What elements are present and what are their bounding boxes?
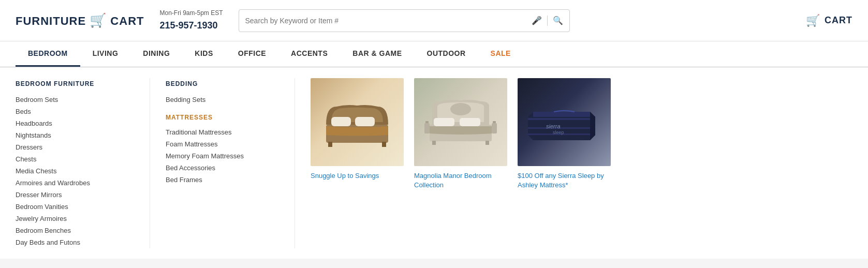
nav-label-living: LIVING (93, 49, 119, 57)
microphone-icon[interactable]: 🎤 (532, 16, 542, 25)
cart-label: CART (825, 15, 852, 26)
search-divider (547, 16, 548, 26)
promo-sierra-image: sierra sleep (518, 78, 611, 166)
link-bedroom-benches[interactable]: Bedroom Benches (16, 225, 134, 236)
promo-sierra-label: $100 Off any Sierra Sleep by Ashley Matt… (518, 171, 611, 190)
promo-magnolia[interactable]: Magnolia Manor Bedroom Collection (414, 78, 507, 248)
logo-cart-icon: 🛒 (90, 12, 107, 28)
main-nav: BEDROOM LIVING DINING KIDS OFFICE ACCENT… (0, 41, 868, 67)
link-traditional-mattresses[interactable]: Traditional Mattresses (166, 126, 279, 138)
nav-label-bar-game: BAR & GAME (352, 49, 402, 57)
nav-item-living[interactable]: LIVING (80, 41, 131, 67)
link-media-chests[interactable]: Media Chests (16, 165, 134, 177)
svg-rect-2 (355, 117, 375, 126)
promo-snuggle[interactable]: Snuggle Up to Savings (311, 78, 404, 248)
nav-item-outdoor[interactable]: OUTDOOR (415, 41, 478, 67)
svg-rect-1 (331, 117, 351, 126)
nav-label-outdoor: OUTDOOR (427, 49, 466, 57)
promo-snuggle-label: Snuggle Up to Savings (311, 171, 404, 181)
svg-rect-7 (434, 118, 454, 126)
logo-cart-text: CART (110, 14, 144, 27)
promo-sierra[interactable]: sierra sleep $100 Off any Sierra Sleep b… (518, 78, 611, 248)
svg-point-5 (450, 103, 471, 115)
nav-item-dining[interactable]: DINING (130, 41, 182, 67)
bedroom-furniture-heading: BEDROOM FURNITURE (16, 80, 134, 87)
cart-area[interactable]: 🛒 CART (806, 14, 852, 27)
svg-rect-13 (432, 141, 436, 145)
logo-furniture-text: FURNITURE (16, 14, 86, 27)
cart-icon: 🛒 (806, 14, 820, 27)
nav-label-bedroom: BEDROOM (28, 49, 68, 57)
nav-label-sale: SALE (491, 49, 511, 57)
promo-magnolia-label: Magnolia Manor Bedroom Collection (414, 171, 507, 190)
link-armoires[interactable]: Armoires and Wardrobes (16, 177, 134, 189)
svg-rect-11 (425, 121, 429, 123)
svg-text:sleep: sleep (553, 130, 564, 135)
search-icons: 🎤 🔍 (532, 16, 563, 26)
link-day-beds[interactable]: Day Beds and Futons (16, 236, 134, 248)
svg-rect-8 (460, 118, 480, 126)
bedding-heading: BEDDING (166, 80, 279, 87)
nav-item-bedroom[interactable]: BEDROOM (16, 41, 80, 67)
link-jewelry-armoires[interactable]: Jewelry Armoires (16, 213, 134, 225)
mattresses-heading: MATTRESSES (166, 114, 279, 121)
bedroom-furniture-col: BEDROOM FURNITURE Bedroom Sets Beds Head… (16, 78, 150, 248)
magnolia-bed-svg (424, 96, 497, 148)
svg-text:sierra: sierra (546, 123, 561, 129)
link-bed-accessories[interactable]: Bed Accessories (166, 162, 279, 174)
link-dresser-mirrors[interactable]: Dresser Mirrors (16, 189, 134, 201)
link-bedroom-vanities[interactable]: Bedroom Vanities (16, 201, 134, 213)
nav-label-office: OFFICE (238, 49, 266, 57)
nav-label-kids: KIDS (195, 49, 213, 57)
svg-rect-10 (492, 123, 497, 133)
link-dressers[interactable]: Dressers (16, 141, 134, 153)
svg-rect-9 (424, 123, 430, 133)
link-bedroom-sets[interactable]: Bedroom Sets (16, 94, 134, 106)
nav-label-dining: DINING (143, 49, 170, 57)
svg-rect-12 (493, 121, 496, 123)
promo-snuggle-image (311, 78, 404, 166)
search-input[interactable] (245, 17, 527, 25)
nav-item-office[interactable]: OFFICE (226, 41, 278, 67)
search-icon[interactable]: 🔍 (553, 16, 563, 25)
nav-item-accents[interactable]: ACCENTS (278, 41, 340, 67)
nav-item-kids[interactable]: KIDS (182, 41, 225, 67)
contact-hours: Mon-Fri 9am-5pm EST (159, 9, 223, 17)
link-memory-foam-mattresses[interactable]: Memory Foam Mattresses (166, 150, 279, 162)
nav-label-accents: ACCENTS (291, 49, 328, 57)
bedroom-dropdown: BEDROOM FURNITURE Bedroom Sets Beds Head… (0, 67, 868, 259)
svg-rect-4 (382, 142, 386, 147)
link-foam-mattresses[interactable]: Foam Mattresses (166, 138, 279, 150)
link-bedding-sets[interactable]: Bedding Sets (166, 94, 279, 106)
search-bar[interactable]: 🎤 🔍 (239, 9, 570, 32)
promo-magnolia-image (414, 78, 507, 166)
logo-link[interactable]: FURNITURE 🛒 CART (16, 12, 144, 28)
svg-rect-15 (528, 118, 590, 120)
svg-rect-3 (328, 142, 332, 147)
sierra-mattress-svg: sierra sleep (528, 96, 600, 148)
contact-info: Mon-Fri 9am-5pm EST 215-957-1930 (159, 8, 223, 33)
link-chests[interactable]: Chests (16, 153, 134, 165)
link-bed-frames[interactable]: Bed Frames (166, 174, 279, 186)
snuggle-bed-svg (321, 96, 393, 148)
link-headboards[interactable]: Headboards (16, 117, 134, 129)
logo-text: FURNITURE 🛒 CART (16, 12, 144, 28)
link-nightstands[interactable]: Nightstands (16, 129, 134, 141)
promos-col: Snuggle Up to Savings (295, 78, 852, 248)
svg-rect-14 (486, 141, 489, 145)
nav-item-sale[interactable]: SALE (478, 41, 523, 67)
bedding-col: BEDDING Bedding Sets MATTRESSES Traditio… (150, 78, 295, 248)
site-header: FURNITURE 🛒 CART Mon-Fri 9am-5pm EST 215… (0, 0, 868, 41)
link-beds[interactable]: Beds (16, 106, 134, 117)
contact-phone: 215-957-1930 (159, 18, 223, 33)
nav-item-bar-game[interactable]: BAR & GAME (340, 41, 414, 67)
